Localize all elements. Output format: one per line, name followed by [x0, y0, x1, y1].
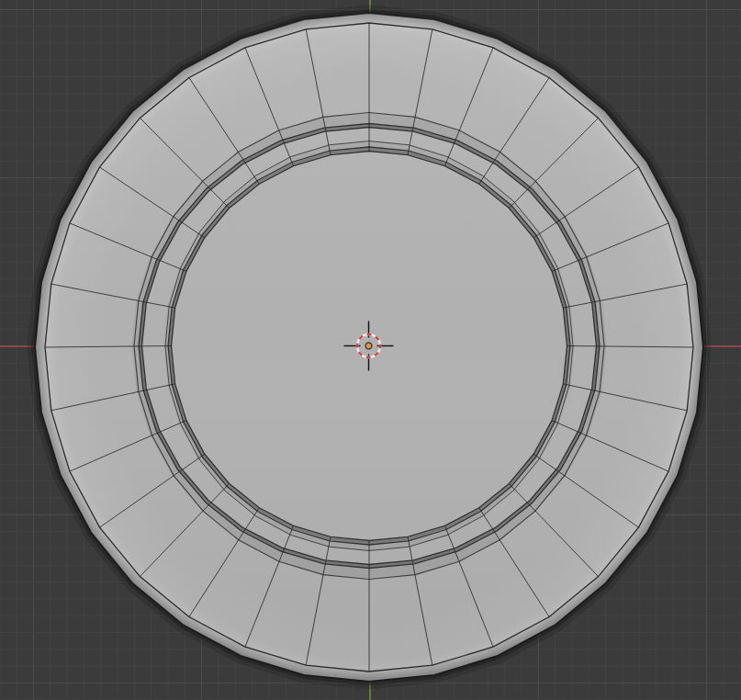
blender-viewport[interactable] [0, 0, 741, 700]
viewport-canvas[interactable] [0, 0, 741, 700]
cursor-center-dot [365, 343, 372, 349]
